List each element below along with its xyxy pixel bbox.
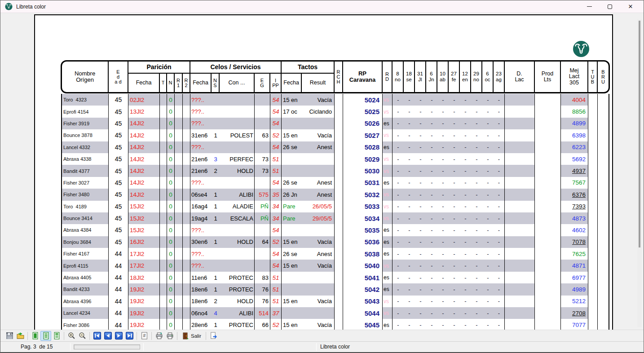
cell-month: - — [460, 189, 471, 200]
cell-celos-fecha: 21en6 — [190, 153, 212, 165]
cell-nombre: Abraxa 4384 — [62, 224, 109, 236]
cell-r2 — [183, 94, 190, 106]
cell-bru — [598, 224, 609, 236]
view-page-width-button[interactable] — [40, 331, 51, 341]
cell-bru — [598, 177, 609, 189]
cell-month: - — [494, 236, 505, 248]
cell-result — [302, 272, 335, 283]
cell-rp-caravana: 5041 — [343, 272, 383, 283]
cell-month: - — [482, 118, 494, 129]
printer-setup-button[interactable] — [154, 331, 164, 341]
table-row: Fisher 39194514Jl20???..545026es--------… — [62, 118, 609, 129]
cell-r1 — [175, 296, 183, 307]
cell-month: - — [471, 129, 482, 141]
cell-celos-fecha: ???.. — [190, 224, 212, 236]
cell-month: - — [494, 177, 505, 189]
view-whole-page-button[interactable] — [30, 331, 40, 341]
print-button[interactable] — [164, 331, 175, 341]
cell-edad: 45 — [109, 153, 128, 165]
cell-month: - — [482, 307, 494, 319]
cell-n: 0 — [167, 272, 175, 283]
previous-page-button[interactable] — [102, 331, 113, 341]
cell-month: - — [494, 224, 505, 236]
col-header-month-12en: 12 en — [460, 62, 471, 92]
cell-bru — [598, 296, 609, 307]
cell-bru — [598, 307, 609, 319]
cell-con: ALADIE — [220, 201, 255, 212]
cell-rp-caravana: 5038 — [343, 248, 383, 260]
goto-page-button[interactable]: # — [139, 331, 150, 341]
cow-logo — [573, 40, 590, 57]
cell-rd: es — [383, 272, 393, 283]
vertical-scrollbar[interactable] — [637, 19, 642, 327]
cell-prod-lts — [535, 319, 561, 330]
zoom-in-button[interactable] — [66, 331, 77, 341]
col-header-month-10ab: 10 ab — [437, 62, 449, 92]
cell-rd: vs — [383, 212, 393, 224]
minimize-button[interactable] — [579, 0, 600, 13]
cell-rp-caravana: 5028 — [343, 141, 383, 153]
first-page-button[interactable] — [92, 331, 102, 341]
cell-month: - — [404, 201, 415, 212]
cell-d-lac — [505, 296, 535, 307]
close-button[interactable]: ✕ — [620, 0, 641, 13]
last-page-button[interactable] — [124, 331, 135, 341]
cell-d-lac — [505, 141, 535, 153]
cell-ns: 1 — [212, 189, 220, 200]
cell-eg — [255, 248, 270, 260]
cell-rd: vs — [383, 189, 393, 200]
cell-month: - — [437, 118, 449, 129]
cell-month: - — [404, 106, 415, 117]
scrollbar-thumb[interactable] — [639, 21, 640, 247]
cell-eg — [255, 118, 270, 129]
cell-ipp: 52 — [270, 129, 282, 141]
cell-r2 — [183, 260, 190, 271]
cell-r2 — [183, 283, 190, 295]
cell-month: - — [437, 236, 449, 248]
cell-paricion-fecha: 15Jl2 — [128, 201, 160, 212]
maximize-button[interactable] — [600, 0, 620, 13]
cell-paricion-fecha: 18Jl2 — [128, 272, 160, 283]
cell-month: - — [460, 272, 471, 283]
next-page-button[interactable] — [113, 331, 124, 341]
cell-r2 — [183, 153, 190, 165]
cell-con: PERFEC — [220, 153, 255, 165]
cell-n: 0 — [167, 129, 175, 141]
cell-month: - — [460, 106, 471, 117]
view-hundred-percent-button[interactable] — [51, 331, 62, 341]
cell-month: - — [415, 165, 426, 176]
cell-mej-lact: 6376 — [561, 189, 588, 200]
cell-ipp: 51 — [270, 165, 282, 176]
cell-rd: vs — [383, 165, 393, 176]
cell-con: HOLD — [220, 236, 255, 248]
zoom-out-button[interactable] — [77, 331, 88, 341]
cell-tacto-fecha: Pare — [282, 201, 302, 212]
cell-nombre: Fisher 3919 — [62, 118, 109, 129]
cell-bru — [598, 141, 609, 153]
export-page-button[interactable] — [208, 331, 219, 341]
cell-month: - — [404, 141, 415, 153]
page-indicator: Pag. 3 de 15 — [21, 344, 53, 350]
cell-d-lac — [505, 189, 535, 200]
cell-month: - — [449, 94, 460, 106]
cell-mej-lact: 6398 — [561, 129, 588, 141]
cell-tub — [588, 189, 598, 200]
cell-rd: vs — [383, 296, 393, 307]
statusbar-title: Libreta color — [320, 344, 350, 350]
cell-result — [302, 283, 335, 295]
cell-ns — [212, 260, 220, 271]
cell-con — [220, 106, 255, 117]
export-open-button[interactable] — [15, 331, 26, 341]
cell-celos-fecha: 18en6 — [190, 283, 212, 295]
cell-tacto-fecha: 15 en — [282, 129, 302, 141]
cell-nombre: Abraxa 4338 — [62, 153, 109, 165]
cell-rp-caravana: 5045 — [343, 319, 383, 330]
cell-rd: vs — [383, 201, 393, 212]
save-button[interactable] — [4, 331, 15, 341]
statusbar-divider — [316, 343, 317, 351]
cell-month: - — [415, 212, 426, 224]
cell-month: - — [482, 141, 494, 153]
exit-button[interactable]: Salir — [179, 331, 204, 341]
cell-nombre: Toro 4189 — [62, 201, 109, 212]
table-row: Abraxa 43384514Jl2021en63PERFEC73515029v… — [62, 153, 609, 165]
